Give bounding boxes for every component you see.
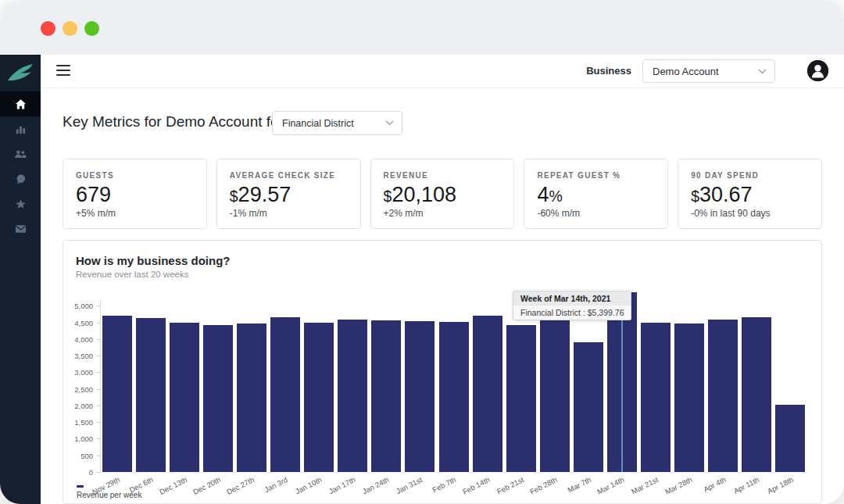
bar-apr-18th[interactable] [775, 405, 805, 472]
legend-swatch [77, 485, 84, 488]
app-logo[interactable] [0, 55, 41, 91]
y-tick-label: 5,000 [63, 302, 93, 310]
account-select[interactable]: Demo Account [642, 59, 775, 83]
metric-label: GUESTS [76, 171, 194, 180]
x-tick-label: Mar 28th [663, 475, 693, 496]
home-icon [15, 98, 27, 110]
tooltip-value: Financial District : $5,399.76 [513, 306, 631, 320]
sidebar-item-analytics[interactable] [0, 116, 41, 141]
chevron-down-icon [385, 120, 394, 126]
y-tick-mark [97, 456, 100, 456]
mail-icon [15, 224, 27, 234]
sidebar-item-campaigns[interactable] [0, 216, 41, 241]
bar-jan-31st[interactable] [405, 321, 435, 472]
x-tick-label: Jan 24th [361, 475, 390, 495]
y-tick-mark [97, 323, 100, 323]
x-tick-label: Feb 7th [431, 475, 458, 494]
bar-apr-4th[interactable] [708, 320, 738, 472]
y-tick-label: 500 [63, 452, 93, 460]
close-window-button[interactable] [41, 21, 55, 36]
zoom-window-button[interactable] [84, 21, 99, 36]
x-tick-label: Dec 27th [225, 475, 256, 496]
chart-tooltip: Week of Mar 14th, 2021 Financial Distric… [513, 291, 631, 320]
account-select-value: Demo Account [653, 66, 758, 77]
bar-dec-20th[interactable] [203, 325, 233, 472]
bar-mar-21st[interactable] [641, 323, 671, 472]
sidebar-item-reviews[interactable] [0, 191, 41, 216]
y-tick-label: 2,000 [63, 402, 93, 410]
bar-nov-29th[interactable] [102, 316, 132, 472]
person-icon [807, 60, 828, 81]
metric-value: 679 [76, 184, 194, 206]
metric-cards-row: GUESTS679+5% m/mAVERAGE CHECK SIZE$29.57… [63, 159, 822, 229]
y-tick-label: 0 [63, 468, 93, 477]
y-tick-mark [97, 372, 100, 373]
bar-dec-13th[interactable] [170, 323, 199, 472]
metric-delta: -1% m/m [230, 208, 348, 219]
bar-jan-17th[interactable] [338, 320, 367, 472]
revenue-chart-card: How is my business doing? Revenue over l… [63, 240, 822, 504]
metric-card-90-day-spend: 90 DAY SPEND$30.67-0% in last 90 days [678, 159, 822, 229]
bar-chart-plot: Week of Mar 14th, 2021 Financial Distric… [100, 289, 807, 472]
metric-label: AVERAGE CHECK SIZE [230, 171, 348, 180]
metric-card-repeat-guest-: REPEAT GUEST %4%-60% m/m [524, 159, 668, 229]
x-tick-label: Dec 13th [158, 475, 188, 496]
x-tick-label: Jan 10th [294, 475, 323, 495]
bar-dec-27th[interactable] [237, 323, 266, 472]
star-icon [15, 198, 27, 210]
x-tick-label: Dec 20th [191, 475, 222, 496]
user-avatar[interactable] [807, 60, 828, 81]
bar-jan-3rd[interactable] [270, 317, 300, 472]
metric-value: 4% [537, 184, 655, 206]
sidebar [0, 55, 41, 504]
metric-card-revenue: REVENUE$20,108+2% m/m [370, 159, 515, 229]
metric-label: 90 DAY SPEND [691, 171, 809, 180]
y-tick-label: 3,000 [63, 368, 93, 377]
x-tick-label: Apr 18th [765, 475, 794, 495]
bar-feb-28th[interactable] [540, 320, 570, 472]
bar-mar-7th[interactable] [574, 342, 603, 472]
menu-toggle-button[interactable] [56, 65, 70, 77]
x-axis-baseline [100, 472, 807, 473]
metric-delta: +2% m/m [384, 208, 502, 219]
x-tick-label: Apr 11th [732, 475, 760, 495]
location-select-value: Financial District [282, 118, 385, 129]
bar-feb-14th[interactable] [473, 316, 502, 472]
sidebar-item-home[interactable] [0, 91, 41, 116]
x-axis-labels: Nov 29thDec 6thDec 13thDec 20thDec 27thJ… [100, 475, 807, 502]
metric-delta: -60% m/m [537, 208, 655, 219]
legend-revenue-per-week[interactable]: Revenue per week [77, 485, 141, 499]
bar-mar-28th[interactable] [674, 323, 704, 472]
chart-subtitle: Revenue over last 20 weeks [76, 270, 188, 279]
bar-jan-10th[interactable] [304, 323, 334, 472]
sidebar-item-guests[interactable] [0, 141, 41, 166]
page-title: Key Metrics for Demo Account for [63, 113, 284, 130]
metric-label: REPEAT GUEST % [537, 171, 655, 180]
bar-feb-21st[interactable] [506, 325, 536, 472]
bar-jan-24th[interactable] [371, 320, 401, 472]
x-tick-label: Feb 21st [495, 475, 525, 496]
x-tick-label: Mar 21st [630, 475, 660, 496]
chart-title: How is my business doing? [76, 254, 231, 267]
bar-apr-11th[interactable] [742, 317, 771, 472]
metric-label: REVENUE [384, 171, 502, 180]
metric-card-average-check-size: AVERAGE CHECK SIZE$29.57-1% m/m [216, 159, 361, 229]
y-tick-label: 4,500 [63, 319, 93, 327]
users-icon [14, 148, 27, 159]
window-titlebar [0, 0, 844, 55]
bar-feb-7th[interactable] [439, 322, 469, 472]
sidebar-item-feedback[interactable] [0, 166, 41, 191]
bar-dec-6th[interactable] [136, 318, 166, 472]
location-select[interactable]: Financial District [272, 111, 402, 135]
chevron-down-icon [758, 69, 767, 74]
business-label: Business [586, 55, 631, 88]
x-tick-label: Feb 14th [461, 475, 491, 496]
y-tick-mark [97, 306, 100, 306]
minimize-window-button[interactable] [63, 21, 77, 36]
y-tick-mark [97, 472, 100, 473]
y-tick-label: 2,500 [63, 385, 93, 394]
metric-value: $20,108 [384, 184, 502, 206]
y-tick-mark [97, 356, 100, 356]
metric-value: $29.57 [230, 184, 348, 206]
y-tick-mark [97, 339, 100, 340]
